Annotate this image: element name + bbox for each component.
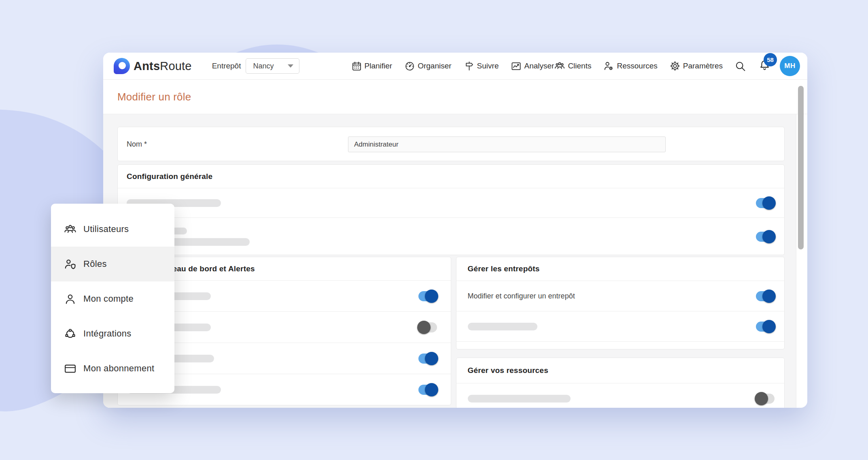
app-header: AntsRoute Entrepôt Nancy Planifier Organ… bbox=[103, 53, 807, 80]
integrations-icon bbox=[64, 327, 77, 341]
brand-name-bold: Ants bbox=[134, 60, 160, 72]
nav-label: Paramètres bbox=[683, 62, 723, 70]
menu-item-mon-compte[interactable]: Mon compte bbox=[51, 281, 174, 316]
people-icon bbox=[64, 223, 77, 236]
nav-label: Clients bbox=[568, 62, 591, 70]
notification-count-badge: 58 bbox=[764, 53, 777, 66]
toggle-knob bbox=[425, 383, 438, 396]
toggle-knob bbox=[762, 290, 776, 303]
divider bbox=[456, 341, 785, 342]
search-icon[interactable] bbox=[734, 60, 746, 72]
menu-item-label: Mon abonnement bbox=[83, 363, 154, 374]
header-tools: 58 MH bbox=[723, 56, 800, 76]
toggle-knob bbox=[425, 352, 438, 365]
main-nav: Planifier Organiser Suivre Analyser bbox=[351, 61, 554, 72]
page-title: Modifier un rôle bbox=[117, 91, 191, 103]
menu-item-integrations[interactable]: Intégrations bbox=[51, 316, 174, 351]
nav-label: Planifier bbox=[365, 62, 393, 70]
card-header: Gérer vos ressources bbox=[456, 358, 785, 383]
warehouse-select[interactable]: Nancy bbox=[246, 58, 299, 74]
page-content: Nom * Configuration générale bbox=[103, 114, 796, 408]
person-icon bbox=[64, 292, 77, 306]
skeleton-label bbox=[468, 395, 571, 402]
card-title: Gérer les entrepôts bbox=[468, 264, 540, 273]
card-title: Gérer vos ressources bbox=[468, 366, 548, 375]
app-window: AntsRoute Entrepôt Nancy Planifier Organ… bbox=[103, 53, 807, 408]
nav-item-clients[interactable]: Clients bbox=[554, 60, 591, 72]
warehouses-card: Gérer les entrepôts Modifier et configur… bbox=[456, 257, 785, 349]
menu-item-mon-abonnement[interactable]: Mon abonnement bbox=[51, 351, 174, 386]
gauge-icon bbox=[404, 61, 415, 72]
warehouse-label: Entrepôt bbox=[212, 62, 241, 70]
toggle-knob bbox=[755, 392, 768, 405]
menu-item-label: Mon compte bbox=[83, 294, 134, 304]
nav-label: Ressources bbox=[617, 62, 657, 70]
nav-item-analyser[interactable]: Analyser bbox=[511, 61, 554, 72]
toggle-switch-on[interactable] bbox=[418, 354, 437, 364]
gear-icon bbox=[669, 60, 681, 72]
general-config-card: Configuration générale bbox=[117, 164, 785, 255]
toggle-switch-on[interactable] bbox=[756, 232, 775, 242]
permission-row bbox=[118, 188, 784, 217]
toggle-knob bbox=[762, 196, 776, 210]
toggle-switch-on[interactable] bbox=[418, 385, 437, 395]
nav-label: Analyser bbox=[524, 62, 554, 70]
vertical-scrollbar[interactable] bbox=[798, 86, 804, 249]
warehouse-select-value: Nancy bbox=[253, 62, 287, 70]
permission-row bbox=[456, 311, 785, 341]
nav-item-parametres[interactable]: Paramètres bbox=[669, 60, 723, 72]
cards-row: Gérer le tableau de bord et Alertes bbox=[117, 257, 785, 408]
brand-name: AntsRoute bbox=[134, 60, 192, 73]
permission-row: Modifier et configurer un entrepôt bbox=[456, 281, 785, 311]
toggle-switch-off[interactable] bbox=[418, 322, 437, 332]
toggle-knob bbox=[425, 290, 438, 303]
toggle-switch-off[interactable] bbox=[756, 394, 775, 404]
chevron-down-icon bbox=[288, 64, 293, 68]
notifications-button[interactable]: 58 bbox=[758, 59, 771, 73]
card-header: Gérer les entrepôts bbox=[456, 257, 785, 281]
nav-label: Organiser bbox=[418, 62, 451, 70]
calendar-icon bbox=[351, 61, 362, 72]
right-column: Gérer les entrepôts Modifier et configur… bbox=[456, 257, 785, 408]
settings-popup-menu: Utilisateurs Rôles Mon compte Intégratio… bbox=[51, 204, 174, 393]
nav-item-planifier[interactable]: Planifier bbox=[351, 61, 393, 72]
name-field-label: Nom * bbox=[127, 140, 147, 148]
toggle-knob bbox=[417, 321, 431, 334]
menu-item-label: Rôles bbox=[83, 259, 107, 269]
menu-item-roles[interactable]: Rôles bbox=[51, 247, 174, 281]
antsroute-pin-logo-icon bbox=[114, 58, 130, 74]
person-shield-icon bbox=[64, 258, 77, 271]
resources-card: Gérer vos ressources bbox=[456, 358, 785, 408]
card-header: Configuration générale bbox=[118, 165, 784, 188]
toggle-switch-on[interactable] bbox=[756, 198, 775, 208]
toggle-switch-on[interactable] bbox=[418, 291, 437, 301]
menu-item-utilisateurs[interactable]: Utilisateurs bbox=[51, 212, 174, 247]
chart-icon bbox=[511, 61, 522, 72]
toggle-knob bbox=[762, 230, 776, 243]
credit-card-icon bbox=[64, 362, 77, 375]
name-input[interactable] bbox=[348, 136, 666, 152]
nav-item-organiser[interactable]: Organiser bbox=[404, 61, 451, 72]
permission-row bbox=[118, 217, 784, 255]
brand-name-light: Route bbox=[160, 60, 191, 72]
nav-item-suivre[interactable]: Suivre bbox=[464, 61, 499, 72]
skeleton-label bbox=[468, 323, 537, 330]
role-name-card: Nom * bbox=[117, 127, 785, 161]
secondary-nav: Clients Ressources Paramètres bbox=[554, 60, 723, 72]
person-gear-icon bbox=[603, 60, 614, 72]
permission-label: Modifier et configurer un entrepôt bbox=[468, 292, 575, 300]
card-title: Configuration générale bbox=[127, 172, 212, 181]
menu-item-label: Intégrations bbox=[83, 328, 132, 339]
permission-row bbox=[456, 383, 785, 408]
nav-item-ressources[interactable]: Ressources bbox=[603, 60, 657, 72]
toggle-switch-on[interactable] bbox=[756, 291, 775, 301]
nav-label: Suivre bbox=[477, 62, 499, 70]
user-avatar[interactable]: MH bbox=[780, 56, 800, 76]
signpost-icon bbox=[464, 61, 475, 72]
toggle-knob bbox=[762, 320, 776, 333]
menu-item-label: Utilisateurs bbox=[83, 224, 129, 234]
people-icon bbox=[554, 60, 565, 72]
toggle-switch-on[interactable] bbox=[756, 322, 775, 332]
brand-logo[interactable]: AntsRoute bbox=[114, 58, 192, 74]
title-bar: Modifier un rôle bbox=[103, 80, 807, 114]
